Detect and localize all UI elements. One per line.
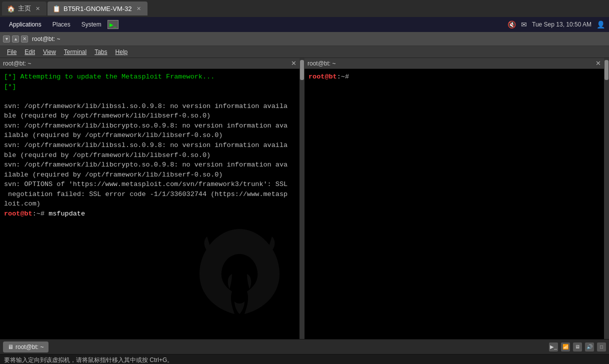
term-pane-left: root@bt: ~ ✕ [*] Attempting to update th… xyxy=(0,58,300,339)
term-menu: File Edit View Terminal Tabs Help xyxy=(0,46,609,58)
status-text: 要将输入定向到该虚拟机，请将鼠标指针移入其中或按 Ctrl+G。 xyxy=(4,356,173,364)
taskbar-tray-vm[interactable]: □ xyxy=(597,342,606,352)
term-output: [*] Attempting to update the Metasploit … xyxy=(4,72,296,218)
term-pane-right: root@bt: ~ ✕ root@bt:~# xyxy=(304,58,604,339)
taskbar-tray-terminal[interactable]: ▶_ xyxy=(549,342,558,352)
tab-home-close[interactable]: ✕ xyxy=(34,5,42,12)
term-right-output: root@bt:~# xyxy=(308,72,600,82)
term-window-bar: ▾ ▴ ✕ root@bt: ~ xyxy=(0,32,609,46)
tab-bt5r1-close[interactable]: ✕ xyxy=(135,5,142,12)
gnome-terminal-icon[interactable]: ▶_ xyxy=(108,20,118,29)
wm-title: root@bt: ~ xyxy=(32,36,60,42)
taskbar-tray-display[interactable]: 🖥 xyxy=(573,342,582,352)
term-pane-left-body[interactable]: [*] Attempting to update the Metasploit … xyxy=(0,69,300,339)
mail-icon[interactable]: ✉ xyxy=(521,20,527,28)
term-menu-view[interactable]: View xyxy=(39,48,60,56)
gnome-places[interactable]: Places xyxy=(48,19,76,30)
term-menu-edit[interactable]: Edit xyxy=(20,48,39,56)
tab-bar: 🏠 主页 ✕ 📋 BT5R1-GNOME-VM-32 ✕ xyxy=(0,0,609,17)
term-menu-terminal[interactable]: Terminal xyxy=(60,48,90,56)
term-menu-help[interactable]: Help xyxy=(112,48,132,56)
taskbar-tray-sound[interactable]: 🔊 xyxy=(585,342,594,352)
datetime: Tue Sep 13, 10:50 AM xyxy=(532,21,592,28)
term-menu-file[interactable]: File xyxy=(3,48,20,56)
term-menu-tabs[interactable]: Tabs xyxy=(90,48,111,56)
tab-home-label: 主页 xyxy=(18,4,31,13)
tab-bt5r1-label: BT5R1-GNOME-VM-32 xyxy=(64,5,132,12)
term-pane-left-title: root@bt: ~ xyxy=(3,60,32,67)
term-pane-right-title: root@bt: ~ xyxy=(308,60,336,67)
gnome-system[interactable]: System xyxy=(76,19,106,30)
user-icon[interactable]: 👤 xyxy=(596,20,605,28)
term-scrollbar-left[interactable] xyxy=(300,58,304,339)
term-scrollbar-right-thumb[interactable] xyxy=(604,60,608,80)
taskbar-right: ▶_ 📶 🖥 🔊 □ xyxy=(549,342,606,352)
kali-watermark xyxy=(190,224,290,324)
taskbar-item-icon: 🖥 xyxy=(8,344,14,350)
taskbar-item-root[interactable]: 🖥 root@bt: ~ xyxy=(3,342,48,352)
term-pane-right-header: root@bt: ~ ✕ xyxy=(304,58,604,69)
term-pane-left-header: root@bt: ~ ✕ xyxy=(0,58,300,69)
wm-maximize-btn[interactable]: ▴ xyxy=(12,36,19,42)
taskbar: 🖥 root@bt: ~ ▶_ 📶 🖥 🔊 □ xyxy=(0,339,609,354)
gnome-panel-left: Applications Places System ▶_ xyxy=(4,19,118,30)
wm-close-btn[interactable]: ✕ xyxy=(21,36,28,42)
taskbar-item-label: root@bt: ~ xyxy=(16,344,44,350)
gnome-panel-right: 🔇 ✉ Tue Sep 13, 10:50 AM 👤 xyxy=(508,20,605,28)
volume-icon[interactable]: 🔇 xyxy=(508,20,516,28)
wm-minimize-btn[interactable]: ▾ xyxy=(3,36,10,42)
status-bar: 要将输入定向到该虚拟机，请将鼠标指针移入其中或按 Ctrl+G。 xyxy=(0,354,609,364)
tab-bt5r1[interactable]: 📋 BT5R1-GNOME-VM-32 ✕ xyxy=(48,2,148,16)
taskbar-tray-network[interactable]: 📶 xyxy=(561,342,570,352)
term-pane-right-close[interactable]: ✕ xyxy=(596,60,601,67)
term-scrollbar-right[interactable] xyxy=(604,58,609,339)
tab-home[interactable]: 🏠 主页 ✕ xyxy=(2,2,46,16)
term-pane-right-body[interactable]: root@bt:~# xyxy=(304,69,604,339)
gnome-panel: Applications Places System ▶_ 🔇 ✉ Tue Se… xyxy=(0,17,609,32)
terminal-area: root@bt: ~ ✕ [*] Attempting to update th… xyxy=(0,58,609,339)
home-icon: 🏠 xyxy=(7,5,15,12)
term-scrollbar-left-thumb[interactable] xyxy=(300,60,304,80)
term-pane-left-close[interactable]: ✕ xyxy=(291,60,296,67)
tab-bt5r1-icon: 📋 xyxy=(52,5,60,12)
gnome-applications[interactable]: Applications xyxy=(4,19,46,30)
